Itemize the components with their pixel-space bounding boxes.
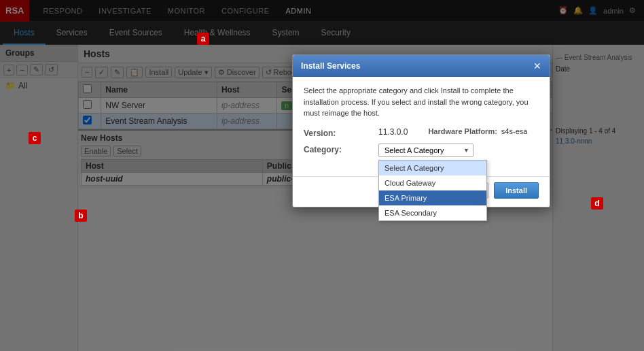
hardware-label: Hardware Platform: — [428, 127, 497, 135]
annotation-b: b — [75, 210, 87, 222]
version-value: 11.3.0.0 — [378, 127, 408, 137]
modal-version-field: Version: 11.3.0.0 Hardware Platform: s4s… — [304, 127, 539, 138]
dropdown-option-cloud-gateway[interactable]: Cloud Gateway — [379, 176, 486, 190]
modal-close-btn[interactable]: ✕ — [533, 61, 541, 71]
dropdown-list: Select A Category Cloud Gateway ESA Prim… — [378, 160, 487, 221]
dropdown-option-esa-primary[interactable]: ESA Primary — [379, 190, 486, 205]
modal-header: Install Services ✕ — [293, 55, 550, 77]
annotation-c: c — [29, 132, 41, 144]
install-services-modal: Install Services ✕ Select the appropriat… — [292, 54, 550, 207]
version-label: Version: — [304, 127, 378, 138]
modal-category-field: Category: Select A Category Cloud Gatewa… — [304, 144, 539, 157]
hardware-value: s4s-esa — [501, 127, 528, 135]
category-label: Category: — [304, 144, 378, 154]
category-select[interactable]: Select A Category Cloud Gateway ESA Prim… — [378, 144, 473, 157]
install-button[interactable]: Install — [494, 182, 539, 199]
modal-title: Install Services — [301, 61, 360, 71]
annotation-d: d — [591, 197, 603, 210]
modal-body: Select the appropriate category and clic… — [293, 77, 550, 171]
annotation-a: a — [197, 33, 209, 45]
dropdown-option-placeholder[interactable]: Select A Category — [379, 161, 486, 176]
dropdown-option-esa-secondary[interactable]: ESA Secondary — [379, 205, 486, 220]
modal-description: Select the appropriate category and clic… — [304, 85, 539, 119]
modal-overlay: Install Services ✕ Select the appropriat… — [0, 0, 644, 351]
category-select-container: Select A Category Cloud Gateway ESA Prim… — [378, 144, 473, 157]
